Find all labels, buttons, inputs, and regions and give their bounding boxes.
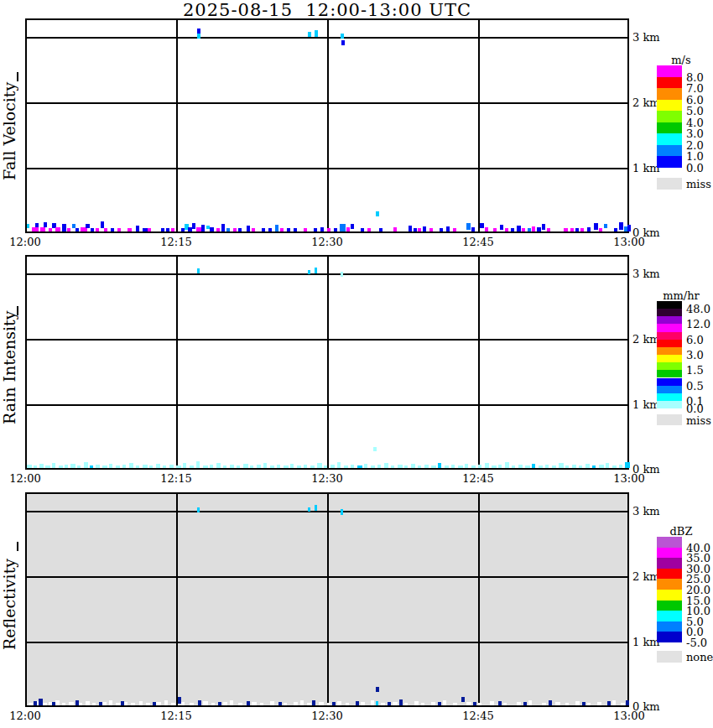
data-cell	[139, 701, 143, 705]
legend-label: 12.0	[686, 318, 710, 330]
legend-band	[657, 133, 682, 145]
data-cell	[471, 227, 475, 231]
data-cell	[575, 701, 580, 705]
data-cell	[485, 227, 488, 231]
data-cell	[518, 465, 523, 468]
data-cell	[243, 464, 248, 468]
data-cell	[315, 268, 317, 273]
data-cell	[27, 224, 29, 228]
data-cell	[278, 702, 282, 705]
legend-band	[657, 393, 682, 401]
legend-band	[657, 537, 682, 548]
legend-band	[657, 386, 682, 393]
data-cell	[270, 465, 274, 468]
data-cell	[542, 224, 545, 230]
data-cell	[216, 228, 220, 231]
data-cell	[371, 700, 374, 705]
data-cell	[117, 228, 121, 231]
data-cell	[418, 465, 421, 468]
legend-band	[657, 340, 682, 347]
data-cell	[627, 225, 631, 231]
data-cell	[438, 702, 441, 705]
plot-reflectivity	[25, 492, 629, 707]
data-cell	[606, 463, 609, 468]
data-cell	[79, 703, 82, 705]
legend-band	[657, 88, 682, 100]
data-cell	[384, 463, 388, 468]
data-cell	[619, 222, 623, 230]
data-cell	[585, 464, 590, 468]
data-cell	[218, 702, 221, 705]
data-cell	[92, 703, 96, 705]
data-cell	[223, 702, 227, 705]
plot-rain-intensity	[25, 255, 629, 470]
data-cell	[453, 703, 457, 705]
data-cell	[230, 700, 233, 705]
data-cell	[604, 224, 607, 228]
data-cell	[451, 465, 455, 468]
data-cell	[247, 226, 250, 231]
xaxis-rain-intensity: 12:00 12:15 12:30 12:45 13:00	[25, 472, 629, 486]
data-cell	[238, 228, 242, 231]
data-cell	[559, 463, 564, 468]
data-cell	[314, 228, 317, 231]
xtick: 12:45	[462, 236, 493, 248]
data-cell	[485, 463, 489, 468]
data-cell	[607, 701, 611, 705]
data-cell	[203, 465, 208, 468]
xtick: 12:45	[462, 472, 493, 485]
data-cell	[570, 228, 574, 231]
data-cell	[198, 700, 201, 705]
ytick-1km: 1 km	[632, 636, 660, 648]
data-cell	[290, 464, 294, 468]
data-cell	[528, 228, 531, 231]
data-cell	[440, 228, 443, 231]
legend-band	[657, 156, 682, 168]
data-cell	[552, 465, 556, 468]
legend-missing-label: none	[686, 651, 713, 663]
xtick: 13:00	[613, 710, 644, 722]
data-cell	[376, 701, 378, 705]
data-cell	[357, 465, 362, 468]
data-cell	[493, 228, 497, 231]
data-cell	[196, 461, 200, 468]
legend-band	[657, 332, 682, 340]
data-cell	[294, 228, 297, 231]
legend-label: 0.5	[686, 379, 704, 392]
data-cell	[156, 702, 161, 705]
data-cell	[176, 465, 181, 468]
data-cell	[341, 34, 344, 39]
data-cell	[308, 507, 310, 512]
data-layer-reflectivity	[27, 494, 627, 705]
xtick: 13:00	[613, 236, 644, 248]
data-cell	[263, 463, 267, 468]
data-cell	[579, 465, 582, 468]
data-cell	[564, 228, 568, 231]
data-cell	[446, 226, 450, 231]
legend-band	[657, 100, 682, 112]
data-cell	[421, 703, 424, 705]
data-cell	[597, 702, 601, 705]
data-cell	[346, 227, 350, 231]
ytick-3km: 3 km	[632, 268, 660, 280]
data-cell	[327, 228, 330, 231]
data-cell	[226, 228, 230, 231]
data-cell	[575, 228, 579, 231]
data-cell	[555, 702, 560, 705]
xtick: 13:00	[613, 472, 644, 485]
data-cell	[511, 228, 514, 231]
data-cell	[414, 228, 417, 231]
data-cell	[404, 465, 408, 468]
xtick: 12:15	[160, 472, 191, 485]
data-cell	[52, 702, 55, 705]
data-cell	[404, 703, 408, 705]
data-cell	[466, 223, 471, 230]
data-cell	[129, 463, 133, 468]
data-cell	[102, 465, 107, 468]
legend-band	[657, 65, 682, 77]
xtick: 12:30	[311, 472, 342, 485]
data-cell	[367, 228, 371, 231]
data-cell	[356, 701, 359, 705]
data-cell	[393, 227, 397, 231]
data-cell	[340, 224, 346, 231]
